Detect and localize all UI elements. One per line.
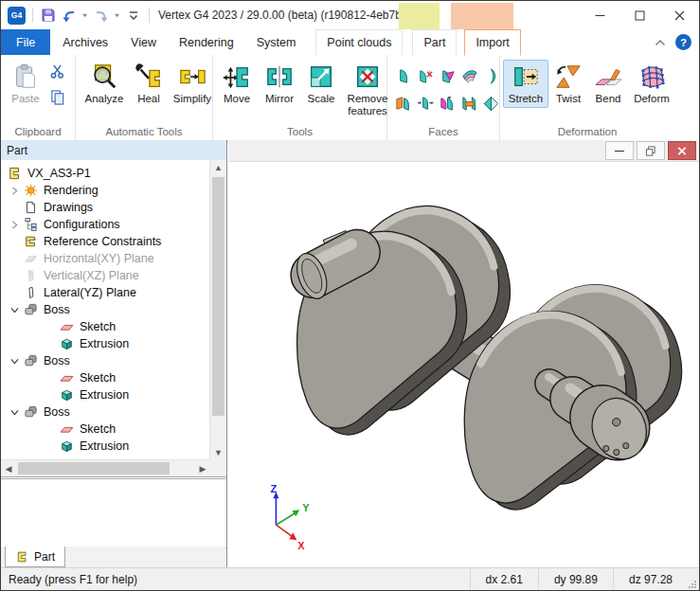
- mdi-minimize-icon: [614, 146, 625, 156]
- tree-expander[interactable]: [7, 304, 23, 316]
- collapse-ribbon-button[interactable]: [655, 34, 666, 51]
- deform-button[interactable]: Deform: [628, 60, 675, 108]
- move-icon: [223, 63, 251, 91]
- tree-item[interactable]: Sketch: [1, 369, 210, 386]
- twist-button[interactable]: Twist: [548, 60, 588, 108]
- face-tool-button[interactable]: [481, 63, 501, 88]
- close-button[interactable]: [659, 1, 699, 29]
- scale-icon: [307, 63, 335, 91]
- crankshaft-model[interactable]: [292, 206, 682, 510]
- tree-arrow-icon: [9, 355, 21, 367]
- tree-item[interactable]: Extrusion: [1, 335, 210, 352]
- tree-expander[interactable]: [7, 406, 23, 419]
- ribbon-tab[interactable]: Point clouds: [315, 29, 403, 55]
- tree-item[interactable]: Rendering: [1, 182, 210, 199]
- ribbon-tab[interactable]: Rendering: [169, 29, 244, 55]
- copy-button[interactable]: [49, 89, 65, 109]
- scroll-left-arrow[interactable]: ◀: [1, 460, 16, 476]
- remove-features-button[interactable]: Remove features: [341, 60, 394, 120]
- cut-button[interactable]: [49, 63, 65, 82]
- tree-item[interactable]: Sketch: [1, 421, 210, 438]
- tree-item-icon: [23, 285, 39, 300]
- ribbon-tab[interactable]: Import: [464, 29, 520, 56]
- app-logo-icon[interactable]: G4: [8, 7, 26, 25]
- face-tool-button[interactable]: [416, 91, 436, 116]
- tree-arrow-icon: [9, 304, 21, 316]
- face-tool-button[interactable]: [438, 91, 458, 116]
- redo-button[interactable]: [93, 6, 110, 25]
- face-tool-button[interactable]: [459, 63, 479, 88]
- scrollbar-thumb[interactable]: [212, 177, 224, 416]
- tree-item[interactable]: Boss: [1, 352, 210, 369]
- ribbon-tab[interactable]: View: [120, 29, 167, 55]
- tree-item-icon: [23, 251, 39, 266]
- ribbon-tab[interactable]: Archives: [52, 29, 118, 55]
- face-tool-icon: [439, 95, 457, 113]
- paste-button[interactable]: Paste: [4, 60, 47, 108]
- undo-dropdown[interactable]: [81, 6, 89, 25]
- viewport: Z Y X: [228, 140, 699, 567]
- tree-item[interactable]: Configurations: [1, 216, 210, 233]
- doc-close-button[interactable]: [668, 141, 696, 160]
- face-tool-button[interactable]: [481, 91, 501, 116]
- analyze-button[interactable]: Analyze: [79, 60, 130, 108]
- scrollbar-thumb[interactable]: [18, 462, 170, 475]
- tree-item[interactable]: Boss: [1, 403, 210, 421]
- tree-item[interactable]: Reference Constraints: [1, 233, 210, 250]
- tree-expander[interactable]: [7, 355, 23, 367]
- tree-item[interactable]: Drawings: [1, 199, 210, 216]
- tree-item-label: Sketch: [80, 422, 116, 436]
- tree-item[interactable]: Vertical(XZ) Plane: [1, 267, 210, 284]
- tree-item[interactable]: VX_AS3-P1: [1, 165, 210, 182]
- ribbon-tab[interactable]: System: [246, 29, 307, 55]
- heal-button[interactable]: Heal: [130, 60, 168, 108]
- tree-item[interactable]: Sketch: [1, 318, 210, 335]
- ribbon-tab[interactable]: File: [1, 29, 50, 55]
- vertical-scrollbar[interactable]: ▲ ▼: [209, 160, 226, 460]
- scale-button[interactable]: Scale: [301, 60, 341, 108]
- save-button[interactable]: [40, 6, 57, 25]
- tree-item[interactable]: Extrusion: [1, 386, 210, 403]
- bend-button[interactable]: Bend: [588, 60, 628, 108]
- stretch-button[interactable]: Stretch: [503, 60, 548, 108]
- analyze-label: Analyze: [85, 93, 124, 105]
- tree-expander[interactable]: [7, 219, 23, 231]
- scroll-right-arrow[interactable]: ▶: [195, 460, 210, 476]
- doc-restore-button[interactable]: [637, 141, 665, 160]
- horizontal-scrollbar[interactable]: ◀ ▶: [1, 459, 210, 476]
- tree-item[interactable]: Lateral(YZ) Plane: [1, 284, 210, 301]
- customize-qat-button[interactable]: [125, 6, 142, 25]
- face-tool-button[interactable]: [438, 63, 458, 88]
- tree-expander[interactable]: [7, 185, 23, 197]
- face-tool-icon: [417, 95, 435, 113]
- tree-item-label: Reference Constraints: [44, 235, 161, 248]
- minimize-button[interactable]: [580, 1, 619, 29]
- tree-item[interactable]: Horizontal(XY) Plane: [1, 250, 210, 267]
- ribbon-group-tools: Move Mirror Scale Remove features Tools: [213, 55, 387, 140]
- face-tool-icon: [439, 67, 457, 85]
- face-tool-button[interactable]: [459, 91, 479, 116]
- tree-item[interactable]: Extrusion: [1, 438, 210, 455]
- resize-grip[interactable]: [688, 568, 699, 591]
- panel-tab-part[interactable]: Part: [5, 546, 65, 567]
- mirror-button[interactable]: Mirror: [258, 60, 301, 108]
- scroll-up-arrow[interactable]: ▲: [210, 160, 226, 175]
- face-tool-button[interactable]: [394, 63, 414, 88]
- move-button[interactable]: Move: [216, 60, 258, 108]
- tree-item[interactable]: Boss: [1, 301, 210, 318]
- tree-item-icon: [23, 183, 39, 198]
- doc-minimize-button[interactable]: [605, 141, 634, 160]
- face-tool-button[interactable]: [416, 63, 436, 88]
- feature-tree[interactable]: VX_AS3-P1 Rendering Drawings: [1, 160, 210, 460]
- title-bar[interactable]: G4 Vertex G4 2023 / 29.0.00 (beta) (r190…: [1, 1, 699, 29]
- help-button[interactable]: ?: [675, 34, 691, 50]
- face-tool-button[interactable]: [394, 91, 414, 116]
- undo-button[interactable]: [61, 6, 78, 25]
- maximize-button[interactable]: [619, 1, 659, 29]
- simplify-button[interactable]: Simplify: [168, 60, 217, 108]
- ribbon: Paste Clipboard Analyze Heal: [1, 55, 699, 141]
- redo-dropdown[interactable]: [114, 6, 121, 25]
- ribbon-tab[interactable]: Part: [412, 29, 457, 55]
- model-canvas[interactable]: Z Y X: [228, 161, 699, 567]
- scroll-down-arrow[interactable]: ▼: [210, 445, 226, 460]
